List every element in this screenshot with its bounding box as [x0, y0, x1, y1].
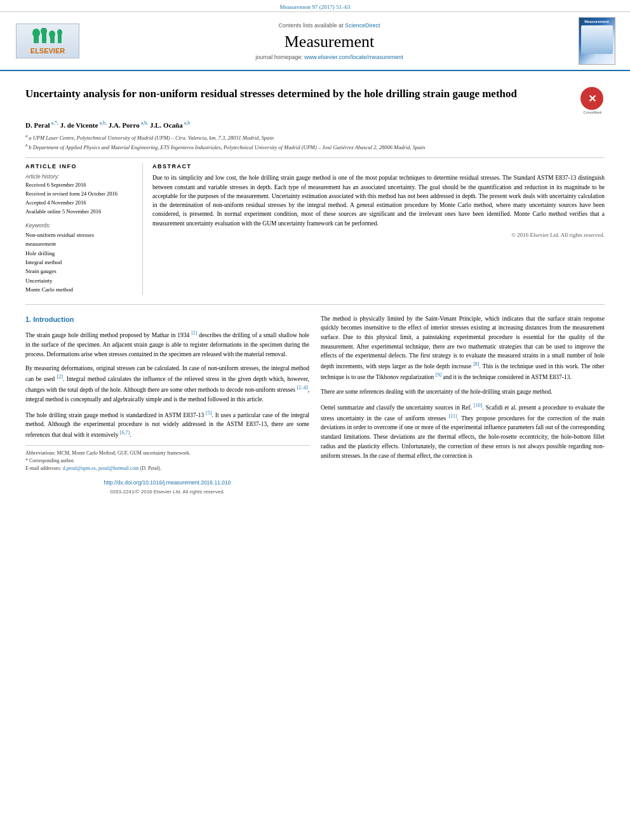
footnote-corresponding: * Corresponding author. — [25, 457, 309, 465]
body-divider — [25, 304, 605, 305]
received-revised-date: Received in revised form 24 October 2016 — [25, 190, 135, 198]
keyword-5: Strain gauges — [25, 267, 135, 276]
affiliation-b: b Department of Applied Physics and Mate… — [29, 144, 425, 150]
journal-center: Contents lists available at ScienceDirec… — [89, 17, 570, 65]
author-ocana: J.L. Ocaña — [150, 121, 183, 129]
footnote-abbreviations: Abbreviations: MCM, Monte Carlo Method; … — [25, 450, 309, 457]
article-title: Uncertainty analysis for non-uniform res… — [25, 87, 517, 101]
affiliations: a a UPM Laser Centre, Polytechnical Univ… — [25, 133, 605, 151]
keyword-1: Non-uniform residual stresses — [25, 230, 135, 239]
author-peral: D. Peral — [25, 121, 50, 129]
keywords-label: Keywords: — [25, 222, 135, 229]
keyword-3: Hole drilling — [25, 249, 135, 258]
article-info-heading: ARTICLE INFO — [25, 163, 135, 170]
article-content: Uncertainty analysis for non-uniform res… — [0, 71, 630, 509]
author-porro-sup: a,b, — [140, 120, 149, 126]
article-info-abstract-section: ARTICLE INFO Article history: Received 6… — [25, 157, 605, 294]
top-bar: Measurement 97 (2017) 51–63 — [0, 0, 630, 12]
intro-para-1: The strain gauge hole drilling method pr… — [25, 330, 309, 359]
doi-url[interactable]: http://dx.doi.org/10.1016/j.measurement.… — [104, 479, 231, 486]
journal-cover-area: Measurement — [576, 17, 617, 65]
page-container: Measurement 97 (2017) 51–63 — [0, 0, 630, 509]
ref-10: [10] — [474, 403, 482, 408]
abstract-text: Due to its simplicity and low cost, the … — [152, 173, 605, 228]
abstract-heading: ABSTRACT — [152, 163, 605, 170]
keyword-2: measurement — [25, 239, 135, 248]
intro-para-3: The hole drilling strain gauge method is… — [25, 410, 309, 440]
article-title-section: Uncertainty analysis for non-uniform res… — [25, 87, 605, 114]
ref-11: [11] — [449, 413, 457, 419]
journal-cover-thumbnail: Measurement — [579, 17, 615, 65]
keywords-section: Keywords: Non-uniform residual stresses … — [25, 222, 135, 295]
footnote-email: E-mail addresses: d.peral@upm.es, peral@… — [25, 465, 309, 472]
crossmark-icon: ✕ — [580, 87, 603, 110]
elsevier-tree-icon — [30, 28, 65, 46]
author-devicente-sup: a,b, — [98, 120, 107, 126]
author-porro: J.A. Porro — [109, 121, 140, 129]
ref-1: [1] — [191, 330, 197, 336]
footnotes-area: Abbreviations: MCM, Monte Carlo Method; … — [25, 445, 309, 472]
journal-homepage: journal homepage: www.elsevier.com/locat… — [255, 54, 403, 60]
intro-section-title: 1. Introduction — [25, 314, 309, 325]
received-date: Received 6 September 2016 — [25, 182, 135, 189]
ref-6-7: [6,7] — [120, 430, 130, 436]
crossmark-label: CrossMark — [580, 110, 605, 114]
email-link-2[interactable]: peral@hotmail.com — [98, 465, 139, 471]
ref-2-4: [2–4] — [297, 385, 307, 390]
svg-point-1 — [32, 29, 40, 37]
right-para-3: Oettel summarize and classify the uncert… — [321, 402, 605, 461]
body-right-col: The method is physically limited by the … — [321, 314, 605, 496]
author-ocana-sup: a,b — [183, 120, 191, 126]
cover-title-text: Measurement — [584, 20, 609, 23]
elsevier-logo-box: ELSEVIER — [16, 23, 79, 58]
history-label: Article history: — [25, 173, 135, 180]
affiliation-a: a UPM Laser Centre, Polytechnical Univer… — [29, 135, 274, 141]
doi-link[interactable]: http://dx.doi.org/10.1016/j.measurement.… — [25, 479, 309, 487]
journal-title-display: Measurement — [285, 32, 375, 51]
svg-point-5 — [49, 30, 55, 38]
ref-2: [2] — [57, 374, 63, 380]
journal-header: ELSEVIER Contents lists available at Sci… — [0, 12, 630, 71]
right-para-1: The method is physically limited by the … — [321, 314, 605, 382]
article-info-column: ARTICLE INFO Article history: Received 6… — [25, 163, 143, 294]
issn-line: 0263-2241/© 2016 Elsevier Ltd. All right… — [25, 488, 309, 496]
journal-citation: Measurement 97 (2017) 51–63 — [279, 4, 350, 10]
author-peral-sup: a,*, — [50, 120, 58, 126]
elsevier-logo-area: ELSEVIER — [13, 17, 83, 65]
authors-line: D. Peral a,*, J. de Vicente a,b, J.A. Po… — [25, 119, 605, 130]
copyright-line: © 2016 Elsevier Ltd. All rights reserved… — [152, 232, 605, 238]
cover-image — [581, 25, 613, 54]
accepted-date: Accepted 4 November 2016 — [25, 199, 135, 207]
crossmark-logo: ✕ CrossMark — [580, 87, 605, 111]
available-online-date: Available online 5 November 2016 — [25, 208, 135, 216]
keyword-6: Uncertainty — [25, 276, 135, 285]
ref-8: [8] — [473, 361, 479, 367]
homepage-link[interactable]: www.elsevier.com/locate/measurement — [304, 54, 403, 60]
svg-point-7 — [57, 29, 62, 36]
sciencedirect-link[interactable]: ScienceDirect — [345, 22, 380, 29]
keyword-4: Integral method — [25, 258, 135, 267]
body-left-col: 1. Introduction The strain gauge hole dr… — [25, 314, 309, 496]
email-link-1[interactable]: d.peral@upm.es — [63, 465, 96, 471]
abstract-column: ABSTRACT Due to its simplicity and low c… — [152, 163, 605, 294]
intro-para-2: By measuring deformations, original stre… — [25, 364, 309, 404]
author-devicente: J. de Vicente — [60, 121, 98, 129]
keyword-7: Monte Carlo method — [25, 285, 135, 294]
sciencedirect-text: Contents lists available at ScienceDirec… — [278, 22, 380, 29]
right-para-2: There are some references dealing with t… — [321, 387, 605, 397]
ref-9: [9] — [436, 372, 441, 378]
elsevier-brand-text: ELSEVIER — [30, 47, 65, 55]
ref-5: [5] — [206, 410, 211, 416]
body-two-col: 1. Introduction The strain gauge hole dr… — [25, 314, 605, 496]
